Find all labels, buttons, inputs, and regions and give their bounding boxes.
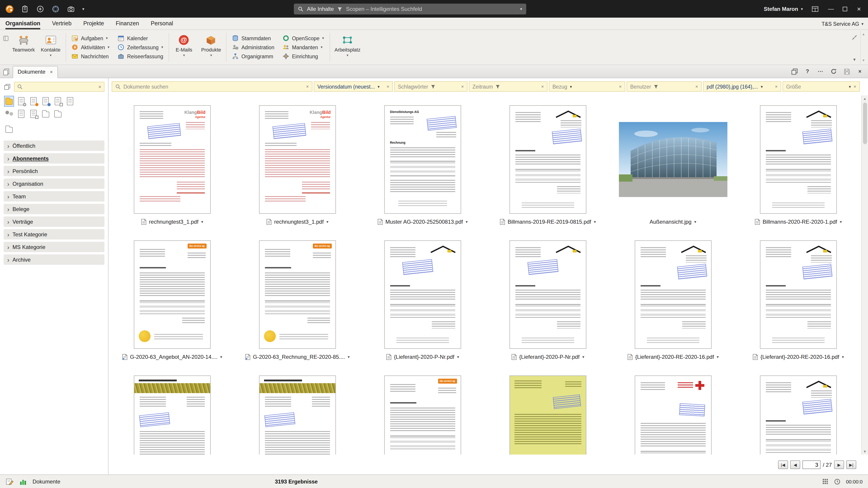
timer-clock-icon[interactable]	[834, 478, 841, 485]
document-card[interactable]: Außenansicht.jpg ▾	[610, 95, 736, 230]
ribbon-button-emails[interactable]: @ E-Mails ▾	[170, 31, 197, 64]
view-icon-folder[interactable]	[4, 96, 13, 106]
document-thumbnail[interactable]	[760, 240, 837, 349]
chevron-down-icon[interactable]: ▾	[377, 84, 379, 89]
clear-icon[interactable]: ×	[695, 84, 698, 89]
document-card[interactable]: t&s service ag G-2020-63_	[110, 230, 235, 365]
document-name-row[interactable]: Außenansicht.jpg ▾	[650, 219, 696, 225]
search-scope-label[interactable]: Alle Inhalte	[307, 6, 334, 12]
menu-tab-projekte[interactable]: Projekte	[83, 20, 104, 29]
view-icon-doc-grid[interactable]	[53, 96, 62, 106]
chevron-down-icon[interactable]: ▾	[717, 355, 719, 359]
ribbon-item-administration[interactable]: Administration	[232, 44, 274, 51]
vertical-scrollbar[interactable]: ▲ ▼	[861, 95, 868, 455]
page-number-input[interactable]	[802, 460, 820, 469]
document-thumbnail[interactable]: t&s service ag	[384, 376, 461, 455]
chevron-down-icon[interactable]: ▾	[82, 6, 84, 11]
ribbon-button-arbeitsplatz[interactable]: Arbeitsplatz ▾	[331, 31, 364, 64]
document-card[interactable]: {Lieferant}-2020-RE-2020-16.pdf ▾	[736, 230, 861, 365]
ribbon-collapse-button[interactable]: ▾	[853, 57, 856, 62]
document-card[interactable]: t&s service ag	[360, 365, 485, 455]
image-thumbnail[interactable]	[619, 122, 727, 197]
document-name-row[interactable]: {Lieferant}-2020-P-Nr.pdf ▾	[386, 354, 459, 360]
sidebar-item-archive[interactable]: ›Archive	[4, 254, 104, 265]
filter-groesse[interactable]: Größe ▾ ×	[782, 81, 860, 92]
global-search[interactable]: Alle Inhalte Scopen – Intelligentes Such…	[294, 4, 526, 14]
menu-tab-personal[interactable]: Personal	[151, 20, 173, 29]
document-card[interactable]: Dienstleistungs AG Rechnung	[360, 95, 485, 230]
document-thumbnail[interactable]: t&s service ag	[259, 240, 336, 349]
scroll-up-icon[interactable]: ▴	[863, 32, 864, 36]
filter-dateityp[interactable]: pdf (2980),jpg (164),... ▾ ×	[703, 81, 781, 92]
clear-icon[interactable]: ×	[541, 84, 544, 89]
camera-icon[interactable]	[67, 5, 75, 13]
minimize-button[interactable]: —	[827, 5, 835, 12]
document-thumbnail[interactable]	[509, 240, 586, 349]
filter-sort[interactable]: Versionsdatum (neuest... ▾ ×	[314, 81, 393, 92]
view-icon-doc-feed[interactable]	[29, 96, 38, 106]
chevron-down-icon[interactable]: ▾	[201, 220, 203, 224]
chevron-down-icon[interactable]: ▾	[466, 220, 468, 224]
ribbon-item-organigramm[interactable]: Organigramm	[232, 53, 274, 60]
chevron-down-icon[interactable]: ▾	[842, 355, 844, 359]
chevron-down-icon[interactable]: ▾	[694, 220, 696, 224]
chevron-down-icon[interactable]: ▾	[594, 220, 596, 224]
search-input[interactable]: Scopen – Intelligentes Suchfeld	[346, 6, 517, 12]
funnel-icon[interactable]	[496, 84, 500, 89]
document-card[interactable]: KlangBildAgentur rechnungtest3_1.pdf	[110, 95, 235, 230]
document-name-row[interactable]: G-2020-63_Angebot_AN-2020-14.... ▾	[122, 354, 222, 360]
document-thumbnail[interactable]	[509, 105, 586, 214]
document-name-row[interactable]: G-2020-63_Rechnung_RE-2020-85.... ▾	[245, 354, 350, 360]
document-name-row[interactable]: {Lieferant}-2020-P-Nr.pdf ▾	[511, 354, 584, 360]
document-name-row[interactable]: rechnungtest3_1.pdf ▾	[141, 219, 203, 225]
chevron-down-icon[interactable]: ▾	[849, 84, 851, 89]
clear-icon[interactable]: ×	[461, 84, 464, 89]
settings-wheel-icon[interactable]	[52, 5, 60, 13]
clear-icon[interactable]: ×	[386, 84, 389, 89]
ribbon-item-openscope[interactable]: OpenScope ▾	[283, 35, 324, 41]
pages-icon[interactable]	[3, 68, 10, 75]
scroll-up-icon[interactable]: ▲	[863, 95, 867, 102]
document-search-input[interactable]: Dokumente suchen ×	[112, 81, 312, 92]
filter-bezug[interactable]: Bezug ▾ ×	[549, 81, 625, 92]
document-card[interactable]: t&s service ag G-2020-63_	[235, 230, 360, 365]
ribbon-item-einrichtung[interactable]: Einrichtung	[283, 53, 324, 60]
document-card[interactable]: Billmanns-2020-RE-2020-1.pdf ▾	[736, 95, 861, 230]
menu-tab-organisation[interactable]: Organisation	[5, 20, 40, 29]
first-page-button[interactable]: |◀	[778, 460, 788, 469]
document-thumbnail[interactable]: KlangBildAgentur	[259, 105, 336, 214]
last-page-button[interactable]: ▶|	[846, 460, 856, 469]
scrollbar-thumb[interactable]	[863, 103, 867, 144]
sidebar-item-belege[interactable]: ›Belege	[4, 204, 104, 214]
clear-icon[interactable]: ×	[306, 84, 309, 89]
sidebar-item-abonnements[interactable]: ›Abonnements	[4, 153, 104, 164]
help-icon[interactable]: ?	[804, 68, 811, 75]
chevron-down-icon[interactable]: ▾	[570, 84, 572, 89]
sidebar-search-input[interactable]: ×	[14, 82, 104, 92]
tab-close-icon[interactable]: ×	[50, 69, 53, 74]
document-thumbnail[interactable]	[634, 240, 711, 349]
document-thumbnail[interactable]	[384, 240, 461, 349]
grid-view-icon[interactable]	[822, 478, 829, 485]
scroll-down-icon[interactable]: ▾	[863, 58, 864, 62]
document-name-row[interactable]: {Lieferant}-2020-RE-2020-16.pdf ▾	[627, 354, 719, 360]
ribbon-item-stammdaten[interactable]: Stammdaten	[232, 35, 274, 41]
chevron-down-icon[interactable]: ▾	[520, 7, 522, 11]
ribbon-edge-icon[interactable]	[2, 31, 10, 64]
document-name-row[interactable]: Muster AG-2020-252500813.pdf ▾	[377, 219, 468, 225]
document-card[interactable]	[235, 365, 360, 455]
chart-icon[interactable]	[19, 477, 27, 486]
sidebar-item-test-kategorie[interactable]: ›Test Kategorie	[4, 229, 104, 239]
sidebar-item-ms-kategorie[interactable]: ›MS Kategorie	[4, 242, 104, 252]
view-icon-doc-gear[interactable]	[17, 96, 26, 106]
ribbon-options-icon[interactable]	[851, 34, 858, 41]
document-thumbnail[interactable]	[760, 376, 837, 455]
ribbon-item-nachrichten[interactable]: Nachrichten	[71, 53, 110, 60]
view-icon-folder-outline[interactable]	[4, 124, 13, 134]
filter-schlagwoerter[interactable]: Schlagwörter ×	[394, 81, 467, 92]
scroll-down-icon[interactable]: ▼	[863, 448, 867, 455]
maximize-button[interactable]	[843, 6, 847, 11]
app-logo-icon[interactable]	[5, 5, 13, 13]
sidebar-item-team[interactable]: ›Team	[4, 191, 104, 201]
save-icon[interactable]	[843, 68, 850, 75]
